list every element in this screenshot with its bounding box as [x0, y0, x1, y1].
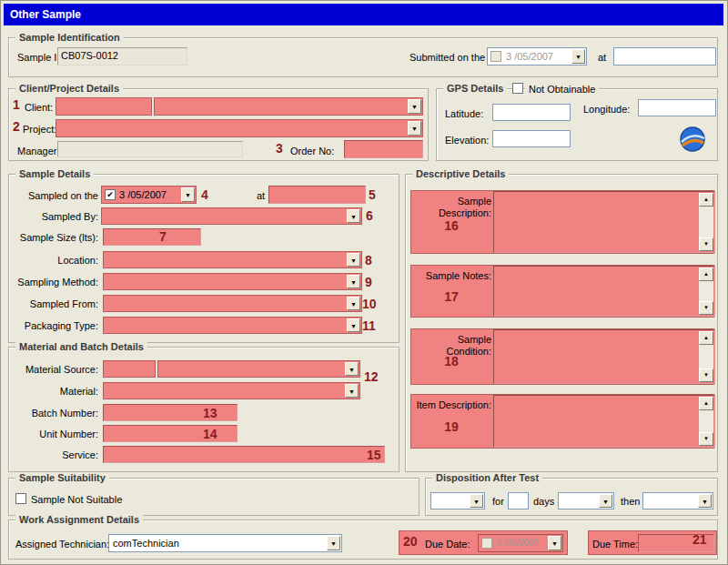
project-combo[interactable]: ▼: [56, 119, 423, 137]
client-code-combo[interactable]: [56, 97, 152, 116]
annotation-21: 21: [693, 532, 707, 547]
assigned-technician-combo[interactable]: comTechnician ▼: [108, 534, 342, 552]
material-source-combo[interactable]: ▼: [157, 360, 360, 378]
scroll-up-icon[interactable]: ▲: [699, 193, 713, 207]
group-sample-identification-legend: Sample Identification: [15, 32, 124, 43]
annotation-19: 19: [411, 419, 491, 434]
annotation-3: 3: [276, 141, 283, 156]
annotation-2: 2: [13, 119, 20, 134]
submitted-date-checkbox[interactable]: [490, 51, 501, 62]
gps-not-obtainable-checkbox[interactable]: [512, 83, 523, 94]
due-date-label: Due Date:: [425, 539, 470, 550]
dropdown-arrow-icon[interactable]: ▼: [408, 99, 421, 114]
dropdown-arrow-icon[interactable]: ▼: [347, 297, 360, 310]
dropdown-arrow-icon[interactable]: ▼: [571, 49, 585, 64]
dropdown-arrow-icon[interactable]: ▼: [599, 494, 612, 508]
sampled-by-label: Sampled By:: [8, 211, 98, 222]
scroll-down-icon[interactable]: ▼: [699, 237, 713, 251]
dropdown-arrow-icon[interactable]: ▼: [347, 275, 360, 288]
annotation-9: 9: [365, 275, 372, 289]
due-date-checkbox[interactable]: [481, 538, 492, 549]
unit-number-label: Unit Number:: [8, 429, 98, 439]
sampled-from-label: Sampled From:: [8, 298, 98, 309]
sample-size-field[interactable]: [103, 228, 201, 246]
scroll-up-icon[interactable]: ▲: [699, 397, 713, 410]
submitted-date-picker[interactable]: 3 /05/2007 ▼: [487, 47, 587, 66]
annotation-4: 4: [201, 187, 208, 202]
dropdown-arrow-icon[interactable]: ▼: [408, 121, 421, 136]
scroll-down-icon[interactable]: ▼: [699, 432, 713, 446]
item-description-textarea[interactable]: ▲ ▼: [493, 395, 715, 448]
dropdown-arrow-icon[interactable]: ▼: [345, 384, 359, 398]
dropdown-arrow-icon[interactable]: ▼: [548, 536, 561, 550]
sample-description-textarea[interactable]: ▲ ▼: [493, 191, 715, 253]
scrollbar[interactable]: ▲ ▼: [699, 331, 713, 382]
latitude-label: Latitude:: [445, 108, 483, 119]
dropdown-arrow-icon[interactable]: ▼: [327, 536, 340, 550]
scrollbar[interactable]: ▲ ▼: [699, 193, 713, 251]
annotation-20: 20: [403, 534, 418, 549]
sample-description-label: Sample Description:: [413, 196, 491, 219]
disposition-for-label: for: [492, 496, 504, 507]
batch-number-label: Batch Number:: [8, 408, 98, 419]
service-field[interactable]: [103, 446, 385, 463]
scroll-down-icon[interactable]: ▼: [699, 301, 713, 315]
annotation-13: 13: [203, 406, 217, 420]
packaging-type-combo[interactable]: ▼: [103, 317, 362, 334]
client-name-combo[interactable]: ▼: [154, 97, 423, 116]
dropdown-arrow-icon[interactable]: ▼: [181, 187, 195, 202]
sampled-on-date-picker[interactable]: ✔ 3 /05/2007 ▼: [101, 186, 197, 204]
sampled-time-field[interactable]: [268, 186, 366, 204]
scroll-down-icon[interactable]: ▼: [699, 368, 713, 382]
scroll-up-icon[interactable]: ▲: [699, 267, 713, 281]
due-date-picker[interactable]: 3 /05/2007 ▼: [478, 534, 563, 552]
elevation-field[interactable]: [492, 130, 571, 147]
sample-notes-label: Sample Notes:: [413, 270, 491, 282]
dropdown-arrow-icon[interactable]: ▼: [347, 253, 360, 267]
sampled-at-label: at: [257, 190, 265, 201]
material-source-code-combo[interactable]: [103, 360, 156, 378]
group-gps-legend: GPS Details: [443, 83, 507, 94]
dropdown-arrow-icon[interactable]: ▼: [698, 494, 712, 508]
sampling-method-combo[interactable]: ▼: [103, 273, 362, 290]
sample-description-block: Sample Description: 16 ▲ ▼: [410, 190, 714, 254]
dropdown-arrow-icon[interactable]: ▼: [347, 209, 360, 223]
manager-field[interactable]: [57, 141, 243, 157]
service-label: Service:: [8, 449, 98, 460]
material-label: Material:: [8, 386, 98, 397]
sample-not-suitable-checkbox[interactable]: [15, 493, 26, 504]
scrollbar[interactable]: ▲ ▼: [699, 267, 713, 315]
group-suitability-legend: Sample Suitability: [15, 472, 109, 483]
scrollbar[interactable]: ▲ ▼: [699, 397, 713, 446]
disposition-then-label: then: [621, 496, 640, 507]
sample-notes-textarea[interactable]: ▲ ▼: [493, 266, 715, 317]
sampled-from-combo[interactable]: ▼: [103, 295, 362, 312]
scroll-up-icon[interactable]: ▲: [699, 331, 713, 345]
location-combo[interactable]: ▼: [103, 251, 362, 268]
globe-icon[interactable]: [678, 125, 707, 154]
group-material-batch-legend: Material and Batch Details: [15, 341, 147, 352]
annotation-12: 12: [364, 369, 379, 384]
order-no-field[interactable]: [344, 140, 423, 158]
disposition-combo[interactable]: ▼: [430, 492, 485, 510]
sampled-by-combo[interactable]: ▼: [101, 207, 362, 225]
disposition-then-combo[interactable]: ▼: [642, 492, 713, 510]
assigned-technician-value: comTechnician: [113, 538, 325, 549]
dropdown-arrow-icon[interactable]: ▼: [347, 318, 360, 332]
annotation-10: 10: [362, 297, 377, 311]
sample-condition-textarea[interactable]: ▲ ▼: [493, 329, 715, 384]
disposition-period-combo[interactable]: ▼: [558, 492, 614, 510]
disposition-days-field[interactable]: [508, 492, 529, 510]
sample-id-field[interactable]: CB07S-0012: [57, 47, 187, 66]
annotation-8: 8: [365, 253, 372, 267]
dropdown-arrow-icon[interactable]: ▼: [345, 362, 359, 376]
sampled-on-date-checkbox[interactable]: ✔: [105, 189, 116, 200]
dropdown-arrow-icon[interactable]: ▼: [470, 494, 483, 508]
group-work-assignment-legend: Work Assignment Details: [15, 514, 143, 525]
sample-not-suitable-label: Sample Not Suitable: [31, 494, 122, 505]
material-combo[interactable]: ▼: [103, 382, 360, 399]
annotation-17: 17: [411, 289, 491, 304]
longitude-field[interactable]: [638, 99, 716, 116]
latitude-field[interactable]: [492, 104, 571, 121]
submitted-time-field[interactable]: [613, 47, 716, 66]
